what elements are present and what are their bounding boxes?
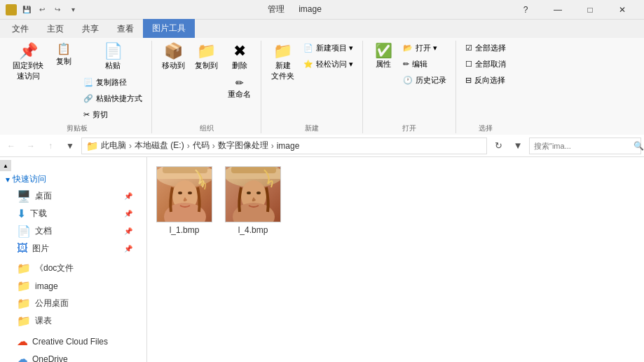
recent-btn[interactable]: ▼ <box>62 138 78 154</box>
tab-file[interactable]: 文件 <box>3 20 38 38</box>
tab-home[interactable]: 主页 <box>38 20 73 38</box>
paste-icon: 📄 <box>104 43 123 59</box>
search-icon[interactable]: 🔍 <box>633 141 644 151</box>
qat-redo[interactable]: ↪ <box>50 3 64 17</box>
pin-to-quickaccess-btn[interactable]: 📌 固定到快速访问 <box>8 41 48 84</box>
pin-indicator: 📌 <box>124 245 132 253</box>
sidebar-item-creative-cloud[interactable]: ☁ Creative Cloud Files <box>0 333 146 350</box>
svg-rect-11 <box>231 166 276 173</box>
sidebar-item-documents[interactable]: 📄 文档 📌 <box>0 222 146 240</box>
paste-btn[interactable]: 📄 粘贴 <box>80 41 146 74</box>
forward-btn[interactable]: → <box>22 138 39 154</box>
file-item[interactable]: l_4.bmp <box>221 163 285 239</box>
minimize-btn[interactable]: — <box>542 0 574 20</box>
sidebar-item-downloads[interactable]: ⬇ 下载 📌 <box>0 205 146 222</box>
properties-icon: ✅ <box>375 43 392 58</box>
qat-save[interactable]: 💾 <box>20 3 34 17</box>
folder-icon: 📁 <box>17 314 31 328</box>
up-btn[interactable]: ↑ <box>42 138 59 154</box>
new-btns: 📁 新建文件夹 📄 新建项目 ▾ ⭐ 轻松访问 ▾ <box>267 41 357 122</box>
docs-icon: 📄 <box>17 224 31 238</box>
sidebar-item-image[interactable]: 📁 image <box>0 277 146 295</box>
properties-btn[interactable]: ✅ 属性 <box>369 41 398 72</box>
file-name: l_1.bmp <box>170 225 200 235</box>
clipboard-group: 📌 固定到快速访问 📋 复制 📄 粘贴 📃 复制路径 <box>3 41 152 133</box>
easy-access-btn[interactable]: ⭐ 轻松访问 ▾ <box>300 57 357 72</box>
sidebar-item-onedrive[interactable]: ☁ OneDrive <box>0 350 146 362</box>
sidebar-item-desktop[interactable]: 🖥️ 桌面 📌 <box>0 187 146 205</box>
refresh-btn[interactable]: ↻ <box>490 138 507 154</box>
tab-picture-tools[interactable]: 图片工具 <box>143 19 195 38</box>
title-bar-left: 💾 ↩ ↪ ▾ <box>6 3 80 17</box>
organize-group: 📦 移动到 📁 复制到 ✖ 删除 ✏ 重命名 组织 <box>152 41 261 133</box>
rename-btn[interactable]: ✏ 重命名 <box>224 75 255 102</box>
qat-more[interactable]: ▾ <box>66 3 80 17</box>
copy-paste-column: 📋 复制 <box>49 41 78 69</box>
app-icon <box>6 4 17 15</box>
quick-access-header[interactable]: ▾ 快速访问 <box>0 171 146 187</box>
svg-point-14 <box>247 192 251 194</box>
address-path[interactable]: 📁 此电脑 › 本地磁盘 (E:) › 代码 › 数字图像处理 › image <box>81 138 487 154</box>
path-imgproc: 数字图像处理 <box>218 140 268 152</box>
sidebar-item-public-desktop[interactable]: 📁 公用桌面 <box>0 295 146 312</box>
title-bar: 💾 ↩ ↪ ▾ 管理 image ? — □ ✕ <box>0 0 644 20</box>
sidebar: ▲ ▾ 快速访问 🖥️ 桌面 📌 ⬇ 下载 📌 📄 文档 📌 <box>0 157 147 362</box>
copy-icon: 📋 <box>57 43 71 55</box>
folder-icon: 📁 <box>86 140 98 152</box>
cut-btn[interactable]: ✂ 剪切 <box>80 107 146 122</box>
sidebar-item-doc[interactable]: 📁 《doc文件 <box>0 260 146 277</box>
close-btn[interactable]: ✕ <box>606 0 638 20</box>
path-pc: 此电脑 <box>101 140 126 152</box>
scroll-up-arrow[interactable]: ▲ <box>0 160 11 171</box>
creative-cloud-icon: ☁ <box>17 335 28 348</box>
tab-view[interactable]: 查看 <box>108 20 143 38</box>
delete-rename-col: ✖ 删除 ✏ 重命名 <box>224 41 255 102</box>
deselect-icon: ☐ <box>465 60 472 69</box>
new-folder-btn[interactable]: 📁 新建文件夹 <box>267 41 299 84</box>
deselect-all-btn[interactable]: ☐ 全部取消 <box>462 57 509 72</box>
copy-to-btn[interactable]: 📁 复制到 <box>191 41 222 74</box>
path-image: image <box>277 141 300 151</box>
copy-btn[interactable]: 📋 复制 <box>49 41 78 69</box>
paste-shortcut-icon: 🔗 <box>83 94 93 103</box>
content-area: l_1.bmp <box>147 157 644 362</box>
history-btn[interactable]: 🕐 历史记录 <box>399 73 450 88</box>
tab-share[interactable]: 共享 <box>73 20 108 38</box>
svg-point-6 <box>178 192 182 194</box>
pin-indicator: 📌 <box>124 227 132 235</box>
open-btns: ✅ 属性 📂 打开 ▾ ✏ 编辑 🕐 历史记录 <box>369 41 450 122</box>
qat-undo[interactable]: ↩ <box>35 3 49 17</box>
sidebar-item-schedule[interactable]: 📁 课表 <box>0 312 146 330</box>
paste-shortcut-btn[interactable]: 🔗 粘贴快捷方式 <box>80 91 146 106</box>
window-title: 管理 image <box>80 4 509 15</box>
ribbon-tabs: 文件 主页 共享 查看 图片工具 <box>0 20 644 38</box>
help-btn[interactable]: ? <box>509 0 542 20</box>
path-code: 代码 <box>193 140 210 152</box>
invert-select-btn[interactable]: ⊟ 反向选择 <box>462 73 509 88</box>
maximize-btn[interactable]: □ <box>574 0 606 20</box>
select-all-btn[interactable]: ☑ 全部选择 <box>462 41 509 55</box>
path-drive: 本地磁盘 (E:) <box>135 140 184 152</box>
window-file-title: image <box>299 4 322 14</box>
search-input[interactable] <box>534 142 631 150</box>
sidebar-item-pictures[interactable]: 🖼 图片 📌 <box>0 240 146 257</box>
new-label: 新建 <box>305 122 319 133</box>
back-btn[interactable]: ← <box>3 138 20 154</box>
move-to-btn[interactable]: 📦 移动到 <box>158 41 189 74</box>
new-item-btn[interactable]: 📄 新建项目 ▾ <box>300 41 357 55</box>
chevron-down-icon: ▾ <box>6 175 10 185</box>
search-toggle-btn[interactable]: ▼ <box>509 138 526 154</box>
edit-btn[interactable]: ✏ 编辑 <box>399 57 450 72</box>
file-item[interactable]: l_1.bmp <box>153 163 216 239</box>
open-btn[interactable]: 📂 打开 ▾ <box>399 41 450 55</box>
folder-icon: 📁 <box>17 279 31 293</box>
open-col: 📂 打开 ▾ ✏ 编辑 🕐 历史记录 <box>399 41 450 88</box>
delete-btn[interactable]: ✖ 删除 <box>224 41 255 74</box>
clipboard-label: 剪贴板 <box>67 122 88 133</box>
paste-column: 📄 粘贴 📃 复制路径 🔗 粘贴快捷方式 ✂ 剪切 <box>80 41 146 122</box>
file-thumbnail <box>225 166 281 222</box>
desktop-icon: 🖥️ <box>17 189 31 203</box>
copy-path-btn[interactable]: 📃 复制路径 <box>80 75 146 90</box>
select-label: 选择 <box>479 122 493 133</box>
organize-label: 组织 <box>200 122 214 133</box>
